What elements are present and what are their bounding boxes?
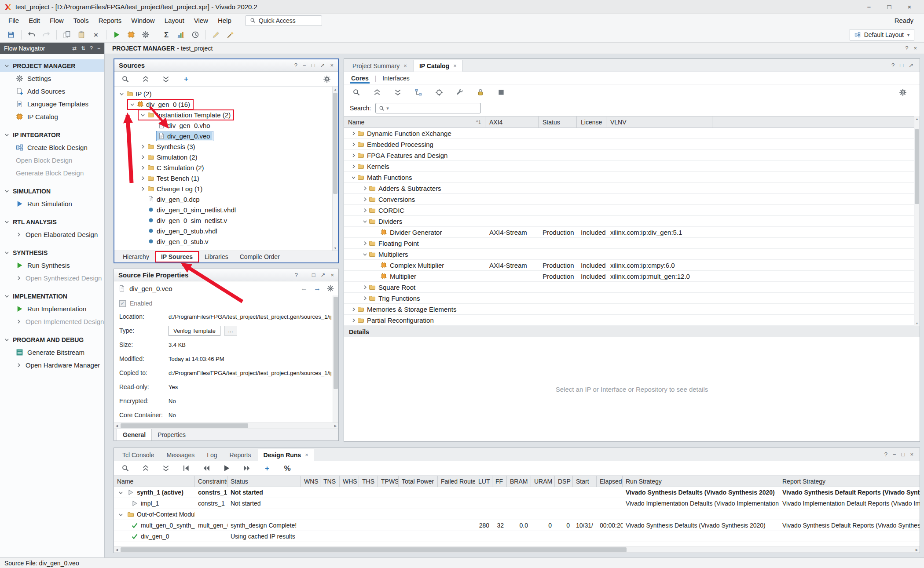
scroll-left-icon[interactable]: ◀ [114, 547, 120, 553]
column-header-ths[interactable]: THS [359, 476, 378, 487]
menu-layout[interactable]: Layout [160, 15, 189, 26]
float-button[interactable]: ↗ [321, 272, 326, 278]
tree-expander[interactable] [117, 511, 125, 518]
catalog-row-embedded-processing[interactable]: Embedded Processing [344, 139, 920, 150]
catalog-row-square-root[interactable]: Square Root [344, 282, 920, 293]
menu-reports[interactable]: Reports [94, 15, 127, 26]
quick-access-search[interactable]: Quick Access [245, 15, 322, 26]
column-header-uram[interactable]: URAM [531, 476, 555, 487]
sidebar-item-open-implemented-design[interactable]: Open Implemented Design [0, 315, 104, 328]
column-header-elapsed[interactable]: Elapsed [597, 476, 623, 487]
close-button[interactable]: × [330, 62, 334, 69]
tree-expander[interactable] [139, 111, 147, 119]
minimize-button[interactable]: − [303, 62, 306, 69]
tree-item-test-bench-1[interactable]: Test Bench (1) [114, 173, 338, 183]
tree-expander[interactable] [361, 196, 369, 203]
run-row-synth-1-active[interactable]: synth_1 (active)constrs_1Not startedViva… [114, 487, 920, 498]
details-header[interactable]: Details [344, 326, 920, 337]
tree-expander[interactable] [139, 143, 147, 150]
tab-libraries[interactable]: Libraries [199, 251, 234, 262]
expand-all-button[interactable] [159, 73, 172, 85]
catalog-row-partial-reconfiguration[interactable]: Partial Reconfiguration [344, 315, 920, 326]
tree-expander[interactable] [361, 251, 369, 258]
sidebar-item-open-elaborated-design[interactable]: Open Elaborated Design [0, 228, 104, 241]
gear-button[interactable] [320, 73, 334, 85]
column-header-start[interactable]: Start [573, 476, 597, 487]
run-row-out-of-context-module-runs[interactable]: Out-of-Context Module Runs [114, 509, 920, 520]
tab-properties[interactable]: Properties [152, 429, 191, 441]
sidebar-item-run-synthesis[interactable]: Run Synthesis [0, 259, 104, 272]
tree-expander[interactable] [118, 90, 125, 98]
add-button[interactable]: + [260, 462, 274, 474]
run-row-impl-1[interactable]: impl_1constrs_1Not startedVivado Impleme… [114, 498, 920, 509]
forward-arrow-icon[interactable]: → [314, 284, 321, 292]
scrollbar-thumb[interactable] [121, 423, 248, 428]
maximize-button[interactable]: □ [312, 62, 315, 69]
gear-button[interactable] [896, 86, 909, 98]
column-header-failed-routes[interactable]: Failed Routes [438, 476, 475, 487]
delete-button[interactable]: × [89, 29, 103, 41]
column-header-run-strategy[interactable]: Run Strategy [623, 476, 779, 487]
catalog-row-multiplier[interactable]: MultiplierProductionIncludedxilinx.com:i… [344, 271, 920, 282]
tab-general[interactable]: General [117, 429, 152, 441]
paste-button[interactable] [75, 29, 88, 41]
enabled-checkbox[interactable]: ✓ [119, 300, 126, 307]
save-button[interactable] [4, 29, 18, 41]
sidebar-item-run-simulation[interactable]: Run Simulation [0, 197, 104, 210]
forward-button[interactable] [240, 462, 253, 474]
run-row-mult-gen-0-synth-1[interactable]: mult_gen_0_synth_1mult_gen_0synth_design… [114, 520, 920, 531]
flow-section-header-ip-integrator[interactable]: IP INTEGRATOR [0, 128, 104, 141]
program-button[interactable] [125, 29, 138, 41]
add-button[interactable]: + [180, 73, 193, 85]
tree-item-div-gen-0-dcp[interactable]: div_gen_0.dcp [114, 194, 338, 204]
column-header-name[interactable]: Name^1 [344, 117, 485, 127]
play-button[interactable] [220, 462, 233, 474]
tab-ip-catalog[interactable]: IP Catalog× [414, 60, 462, 72]
timing-button[interactable] [189, 29, 202, 41]
wrench-button[interactable] [453, 86, 466, 98]
tree-expander[interactable] [361, 284, 369, 291]
catalog-row-dividers[interactable]: Dividers [344, 216, 920, 227]
close-button[interactable]: × [899, 0, 920, 14]
tree-item-change-log-1[interactable]: Change Log (1) [114, 183, 338, 194]
close-tab-icon[interactable]: × [305, 451, 308, 458]
expand-all-button[interactable] [159, 462, 172, 474]
details-square-button[interactable] [495, 86, 508, 98]
type-select[interactable]: Verilog Template [169, 326, 220, 336]
expand-all-button[interactable] [391, 86, 404, 98]
tree-item-synthesis-3[interactable]: Synthesis (3) [114, 141, 338, 152]
help-button[interactable]: ? [891, 62, 895, 69]
column-header-license[interactable]: License [577, 117, 606, 127]
flow-section-header-implementation[interactable]: IMPLEMENTATION [0, 290, 104, 302]
horizontal-scrollbar[interactable]: ◀ ▶ [114, 546, 920, 553]
tree-item-div-gen-0-stub-v[interactable]: div_gen_0_stub.v [114, 236, 338, 247]
tree-item-ip-2[interactable]: IP (2) [114, 88, 338, 99]
catalog-row-memories-storage-elements[interactable]: Memories & Storage Elements [344, 304, 920, 315]
column-header-whs[interactable]: WHS [340, 476, 359, 487]
tab-log[interactable]: Log [201, 449, 223, 461]
lock-button[interactable] [474, 86, 487, 98]
properties-panel-header[interactable]: Source File Properties ?−□↗× [114, 269, 338, 281]
scroll-up-icon[interactable]: ▲ [914, 116, 920, 121]
undo-button[interactable] [25, 29, 38, 41]
menu-flow[interactable]: Flow [45, 15, 69, 26]
collapse-all-button[interactable] [139, 73, 152, 85]
tree-expander[interactable] [350, 130, 357, 137]
copy-button[interactable] [60, 29, 73, 41]
tree-expander[interactable] [139, 164, 147, 171]
catalog-row-divider-generator[interactable]: Divider GeneratorAXI4-StreamProductionIn… [344, 227, 920, 238]
run-row-div-gen-0[interactable]: div_gen_0Using cached IP results [114, 531, 920, 542]
help-button[interactable]: ? [905, 45, 908, 51]
tab-messages[interactable]: Messages [161, 449, 200, 461]
catalog-row-trig-functions[interactable]: Trig Functions [344, 293, 920, 304]
expand-button[interactable]: ⇅ [81, 45, 85, 51]
maximize-button[interactable]: □ [900, 62, 903, 69]
tree-expander[interactable] [350, 152, 357, 159]
tree-expander[interactable] [350, 141, 357, 148]
sidebar-item-open-hardware-manager[interactable]: Open Hardware Manager [0, 359, 104, 371]
minimize-button[interactable]: − [97, 45, 100, 51]
menu-window[interactable]: Window [126, 15, 159, 26]
menu-view[interactable]: View [189, 15, 213, 26]
gear-icon[interactable] [327, 285, 334, 292]
column-header-status[interactable]: Status [539, 117, 577, 127]
